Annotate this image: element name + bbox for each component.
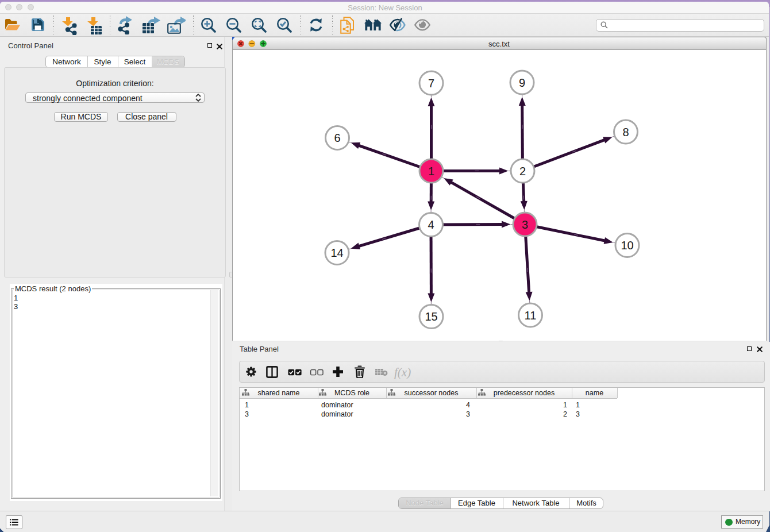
svg-text:1: 1 [428, 165, 434, 178]
svg-text:14: 14 [330, 246, 343, 259]
svg-text:15: 15 [425, 310, 437, 323]
svg-text:4: 4 [428, 218, 434, 231]
svg-text:8: 8 [622, 126, 629, 138]
svg-text:9: 9 [519, 76, 525, 89]
svg-text:11: 11 [525, 309, 537, 322]
svg-text:3: 3 [522, 218, 528, 231]
svg-text:6: 6 [334, 132, 340, 144]
svg-text:10: 10 [621, 239, 633, 252]
svg-text:7: 7 [428, 77, 434, 90]
svg-text:2: 2 [519, 165, 526, 178]
